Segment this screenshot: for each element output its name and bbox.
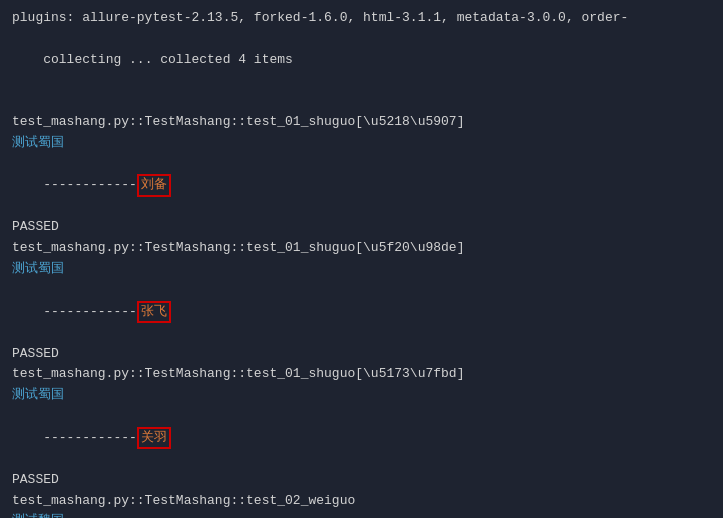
test-label-2: 测试蜀国: [12, 259, 711, 280]
collecting-dots: ...: [121, 52, 160, 67]
separator-line-3: ------------关羽: [12, 406, 711, 470]
passed-1: PASSED: [12, 217, 711, 238]
highlighted-name-2: 张飞: [137, 301, 171, 323]
dashes-1: ------------: [43, 177, 137, 192]
test-label-3: 测试蜀国: [12, 385, 711, 406]
header-line: plugins: allure-pytest-2.13.5, forked-1.…: [12, 8, 711, 29]
highlighted-name-3: 关羽: [137, 427, 171, 449]
test-id-3: test_mashang.py::TestMashang::test_01_sh…: [12, 364, 711, 385]
separator-line-1: ------------刘备: [12, 154, 711, 218]
passed-2: PASSED: [12, 344, 711, 365]
test-label-4: 测试魏国: [12, 511, 711, 518]
collected-text: collected 4 items: [160, 52, 293, 67]
highlighted-name-1: 刘备: [137, 174, 171, 196]
test-id-2: test_mashang.py::TestMashang::test_01_sh…: [12, 238, 711, 259]
test-id-1: test_mashang.py::TestMashang::test_01_sh…: [12, 112, 711, 133]
collecting-text: collecting: [43, 52, 121, 67]
passed-3: PASSED: [12, 470, 711, 491]
dashes-3: ------------: [43, 430, 137, 445]
dashes-2: ------------: [43, 304, 137, 319]
test-label-1: 测试蜀国: [12, 133, 711, 154]
separator-line-2: ------------张飞: [12, 280, 711, 344]
terminal-output: plugins: allure-pytest-2.13.5, forked-1.…: [12, 8, 711, 518]
collecting-line: collecting ... collected 4 items: [12, 29, 711, 91]
test-id-4: test_mashang.py::TestMashang::test_02_we…: [12, 491, 711, 512]
